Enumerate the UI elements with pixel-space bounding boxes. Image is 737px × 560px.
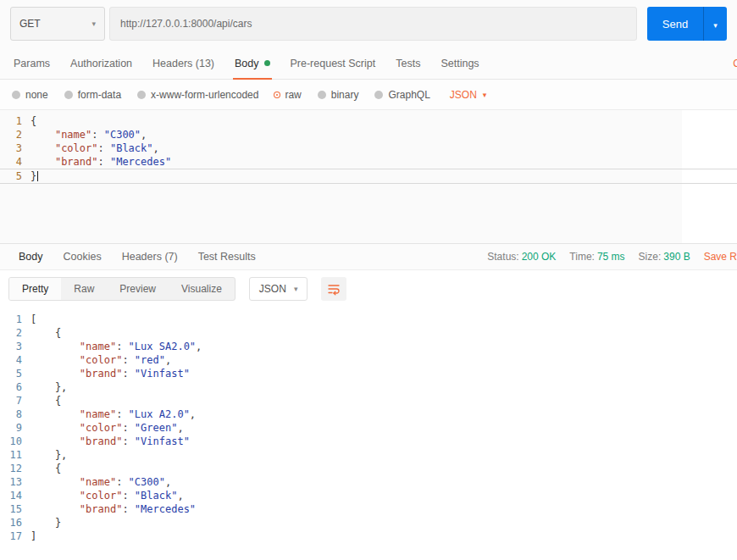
code-line: 7 { [0, 394, 737, 408]
line-number: 9 [0, 421, 30, 435]
response-tab-cookies[interactable]: Cookies [53, 244, 112, 269]
raw-language-label: JSON [450, 89, 477, 101]
code-text: "color": "Black", [30, 489, 184, 502]
tab-label: Params [14, 58, 50, 69]
send-button[interactable]: Send [647, 7, 703, 41]
size-badge: Size:390 B [639, 251, 690, 263]
tab-tests[interactable]: Tests [385, 47, 430, 79]
code-text: "name": "Lux SA2.0", [30, 340, 202, 353]
tab-settings[interactable]: Settings [430, 47, 489, 79]
body-mode-binary[interactable]: binary [318, 89, 359, 101]
chevron-down-icon: ▾ [713, 21, 718, 30]
time-badge: Time:75 ms [569, 251, 624, 263]
cookies-link[interactable]: C [733, 58, 737, 69]
request-body-editor[interactable]: 1{2 "name": "C300",3 "color": "Black",4 … [0, 110, 737, 243]
body-mode-graphql[interactable]: GraphQL [374, 89, 429, 101]
line-number: 2 [0, 326, 30, 340]
response-language-dropdown[interactable]: JSON ▾ [249, 277, 308, 301]
request-tabs-bar: ParamsAuthorizationHeaders (13)BodyPre-r… [0, 47, 737, 80]
url-input[interactable] [109, 7, 637, 41]
line-number: 7 [0, 394, 30, 408]
code-line: 2 { [0, 326, 737, 340]
code-text: "color": "Green", [30, 421, 184, 435]
code-line: 2 "name": "C300", [0, 128, 737, 141]
response-language-label: JSON [259, 283, 286, 295]
tab-authorization[interactable]: Authorization [60, 47, 142, 79]
body-mode-label: raw [285, 89, 301, 101]
code-text: "brand": "Mercedes" [30, 502, 196, 516]
tab-label: Cookies [64, 251, 102, 263]
response-body-editor[interactable]: 1[2 {3 "name": "Lux SA2.0",4 "color": "r… [0, 308, 737, 543]
code-line: 11 }, [0, 448, 737, 462]
response-meta: Status:200 OK Time:75 ms Size:390 B Save… [487, 251, 729, 263]
response-tab-test-results[interactable]: Test Results [188, 244, 266, 269]
line-number: 1 [0, 114, 30, 128]
tab-pre-request-script[interactable]: Pre-request Script [280, 47, 386, 79]
response-view-tabs: PrettyRawPreviewVisualize [8, 277, 236, 301]
code-line: 17] [0, 530, 737, 543]
radio-icon [318, 91, 326, 99]
line-number: 16 [0, 516, 30, 530]
line-number: 15 [0, 502, 30, 516]
view-tab-raw[interactable]: Raw [61, 278, 107, 300]
line-number: 17 [0, 530, 30, 543]
tab-body[interactable]: Body [224, 47, 280, 79]
chevron-down-icon: ▾ [483, 91, 487, 99]
code-line: 6 }, [0, 380, 737, 394]
send-dropdown-button[interactable]: ▾ [703, 7, 727, 41]
line-number: 13 [0, 475, 30, 489]
code-line: 5} [0, 169, 737, 184]
save-response-button[interactable]: Save R [704, 251, 737, 263]
raw-language-dropdown[interactable]: JSON ▾ [450, 89, 487, 101]
code-text: "color": "Black", [30, 141, 159, 155]
code-line: 13 "name": "C300", [0, 475, 737, 489]
tab-headers-13[interactable]: Headers (13) [142, 47, 224, 79]
send-split-button: Send ▾ [647, 7, 727, 41]
code-text: "brand": "Mercedes" [30, 155, 171, 169]
tab-label: Headers (13) [152, 58, 214, 69]
response-toolbar: PrettyRawPreviewVisualize JSON ▾ [0, 270, 737, 308]
code-text: } [30, 516, 61, 530]
tab-label: Pre-request Script [291, 58, 376, 69]
method-label: GET [19, 18, 41, 30]
code-line: 10 "brand": "Vinfast" [0, 435, 737, 448]
body-mode-raw[interactable]: raw [274, 89, 301, 101]
tab-label: Headers (7) [122, 251, 178, 263]
view-tab-pretty[interactable]: Pretty [9, 278, 61, 300]
code-line: 4 "color": "red", [0, 353, 737, 367]
code-line: 4 "brand": "Mercedes" [0, 155, 737, 169]
body-mode-form-data[interactable]: form-data [64, 89, 121, 101]
body-mode-label: binary [331, 89, 359, 101]
tab-label: Tests [396, 58, 420, 69]
code-text: "color": "red", [30, 353, 171, 367]
body-mode-label: x-www-form-urlencoded [151, 89, 258, 101]
tab-params[interactable]: Params [3, 47, 60, 79]
code-text: { [30, 114, 36, 128]
tab-label: Body [235, 58, 259, 69]
response-tab-body[interactable]: Body [8, 244, 53, 269]
view-tab-visualize[interactable]: Visualize [169, 278, 235, 300]
chevron-down-icon: ▾ [91, 19, 96, 28]
code-text: "name": "C300", [30, 128, 147, 141]
line-number: 3 [0, 141, 30, 155]
line-number: 5 [0, 367, 30, 380]
code-text: "brand": "Vinfast" [30, 367, 190, 380]
code-line: 3 "name": "Lux SA2.0", [0, 340, 737, 353]
line-number: 10 [0, 435, 30, 448]
text-cursor [37, 171, 38, 181]
request-tabs: ParamsAuthorizationHeaders (13)BodyPre-r… [3, 47, 490, 79]
response-header: BodyCookiesHeaders (7)Test Results Statu… [0, 243, 737, 270]
body-mode-none[interactable]: none [12, 89, 48, 101]
line-number: 3 [0, 340, 30, 353]
code-line: 1[ [0, 313, 737, 326]
body-mode-x-www-form-urlencoded[interactable]: x-www-form-urlencoded [137, 89, 258, 101]
response-tab-headers-7[interactable]: Headers (7) [112, 244, 188, 269]
radio-icon [64, 91, 73, 99]
view-tab-preview[interactable]: Preview [107, 278, 169, 300]
body-mode-label: form-data [78, 89, 121, 101]
method-dropdown[interactable]: GET ▾ [10, 7, 105, 41]
wrap-text-button[interactable] [321, 277, 346, 301]
code-line: 1{ [0, 114, 737, 128]
response-tabs: BodyCookiesHeaders (7)Test Results [8, 244, 266, 269]
line-number: 11 [0, 448, 30, 462]
